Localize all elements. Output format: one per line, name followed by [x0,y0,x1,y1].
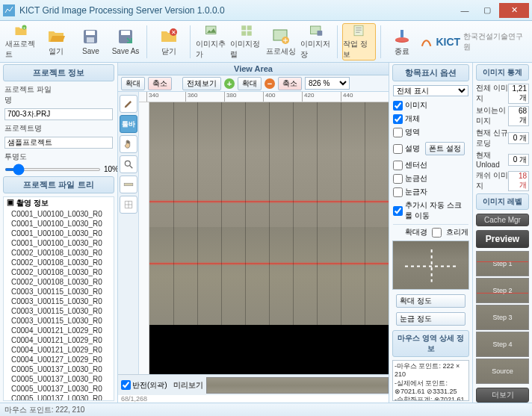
status-bar: 마우스 포인트: 222, 210 [0,403,532,416]
opt-scaleruler[interactable] [393,187,403,197]
tree-item[interactable]: C0005_U00137_L0030_R0 [4,364,114,374]
tree-item[interactable]: C0005_U00137_L0030_R0 [4,394,114,401]
project-info-title: 프로젝트 정보 [3,64,114,81]
opacity-slider[interactable] [4,168,101,171]
cache-mgr-button[interactable]: Cache Mgr [476,214,529,226]
tree-item[interactable]: C0001_U00100_L0030_R0 [4,209,114,219]
svg-rect-5 [87,37,94,43]
svg-point-21 [395,37,409,42]
grid-tool[interactable] [120,196,137,214]
thumb-step[interactable]: Step 2 [476,278,529,303]
zoom-full-btn[interactable]: 전체보기 [182,77,221,90]
mag-zoom-button[interactable]: 확대 정도 [396,294,466,308]
inversion-checkbox[interactable] [121,380,131,390]
tree-item[interactable]: C0001_U00100_L0030_R0 [4,219,114,229]
process-button[interactable]: 프로세싱 [265,23,298,60]
ruler-vertical [139,102,149,374]
mouse-detail-title: 마우스 영역 상세 정보 [392,330,469,357]
display-options-title: 항목표시 옵션 [392,64,469,81]
thumb-step[interactable]: Step 1 [476,251,529,276]
thumb-step[interactable]: Step 4 [476,332,529,357]
tree-item[interactable]: C0005_U00137_L0030_R0 [4,374,114,384]
zoom-in-btn[interactable]: 확대 [121,77,145,90]
opt-region[interactable] [393,128,403,137]
view-area-header: View Area [118,63,389,75]
zoom-out2-btn[interactable]: 축소 [278,77,302,90]
ruler-tool[interactable] [120,176,137,193]
zoom-select[interactable]: 826 % [305,77,350,90]
tree-item[interactable]: C0003_U00115_L0030_R0 [4,316,114,326]
align-image-button[interactable]: 이미지정렬 [229,23,263,60]
toolbar-toggle[interactable]: 툴바 [120,115,137,133]
minimize-button[interactable]: — [454,3,475,18]
tree-item[interactable]: C0002_U00108_L0030_R0 [4,267,114,277]
tree-item[interactable]: C0002_U00108_L0030_R0 [4,248,114,258]
mouse-detail-box[interactable]: -마우스 포인트: 222 × 210-실제에서 포인트: ⊗7021.61 ⊘… [392,360,469,401]
more-button[interactable]: 더보기 [476,388,529,403]
titlebar: KICT Grid Image Processing Server Versio… [0,0,532,21]
svg-rect-12 [247,25,251,30]
opt-centerline[interactable] [393,161,403,170]
project-file-input[interactable] [4,108,113,120]
preview-strip-image[interactable] [206,377,389,394]
close-button[interactable]: ✕ [499,3,529,18]
tree-item[interactable]: C0004_U00127_L0029_R0 [4,355,114,364]
tree-item[interactable]: C0005_U00137_L0030_R0 [4,384,114,394]
new-project-button[interactable]: +새프로젝트 [4,23,38,60]
exit-button[interactable]: 종료 [386,23,419,60]
image-canvas[interactable] [149,102,389,374]
project-file-tree[interactable]: ▣ 촬영 정보 C0001_U00100_L0030_R0C0001_U0010… [3,196,114,401]
mouse-coords: 마우스 포인트: 222, 210 [4,406,84,414]
tree-item[interactable]: C0001_U00100_L0030_R0 [4,238,114,248]
crosshair-icon [404,249,457,282]
mag-grid-button[interactable]: 눈금 정도 [396,312,466,326]
svg-rect-7 [121,31,130,35]
tree-item[interactable]: C0004_U00121_L0029_R0 [4,326,114,335]
opt-gridline[interactable] [393,174,403,184]
saveas-button[interactable]: Save As [109,23,143,60]
process-icon [272,27,290,45]
blur-checkbox[interactable] [432,228,442,238]
svg-text:+: + [23,25,26,29]
zoom-in2-btn[interactable]: 확대 [238,77,262,90]
image-stats-panel: 이미지 통계 전체 이미지1,21 개 보이는이미지68 개 현재 신규 로딩0… [472,63,532,403]
job-info-button[interactable]: 작업 정보 [342,23,376,60]
open-button[interactable]: 열기 [40,23,73,60]
preview-label: Preview [476,230,529,248]
tree-item[interactable]: C0003_U00115_L0030_R0 [4,306,114,316]
zoom-minus-icon[interactable]: − [265,78,275,89]
close-project-button[interactable]: ✕닫기 [152,23,185,60]
font-settings-button[interactable]: 폰트 설정 [425,142,465,155]
image-level-title: 이미지 레벨 [476,193,529,210]
add-image-button[interactable]: 이미지추가 [195,23,229,60]
save-button[interactable]: Save [74,23,108,60]
preview-strip-label: 미리보기 [170,380,206,391]
tree-item[interactable]: C0002_U00108_L0030_R0 [4,258,114,267]
tree-item[interactable]: C0003_U00115_L0030_R0 [4,287,114,297]
magnify-tool[interactable] [120,155,137,173]
thumb-step[interactable]: Step 3 [476,305,529,330]
hand-tool[interactable] [120,135,137,153]
tree-item[interactable]: C0002_U00108_L0030_R0 [4,277,114,287]
save-icon [81,28,99,46]
opt-image[interactable] [393,101,403,111]
pen-tool[interactable] [120,95,137,113]
opt-autoscroll[interactable] [393,206,403,216]
maximize-button[interactable]: ▢ [477,3,498,18]
thumb-step[interactable]: Source [476,358,529,384]
opt-desc[interactable] [393,144,403,154]
opt-object[interactable] [393,114,403,124]
save-image-button[interactable]: 이미지저장 [300,23,333,60]
display-select[interactable]: 전체 표시 [393,85,468,96]
display-options-panel: 항목표시 옵션 전체 표시 이미지 개체 영역 설명폰트 설정 센터선 눈금선 … [389,63,472,403]
tree-item[interactable]: C0004_U00121_L0029_R0 [4,335,114,345]
tree-root[interactable]: ▣ 촬영 정보 [4,197,114,209]
zoom-plus-icon[interactable]: + [224,78,235,89]
folder-new-icon: + [12,24,30,37]
image-add-icon [202,24,220,37]
tree-item[interactable]: C0004_U00121_L0029_R0 [4,345,114,355]
project-name-input[interactable] [4,137,113,149]
tree-item[interactable]: C0001_U00100_L0030_R0 [4,229,114,238]
zoom-out-btn[interactable]: 축소 [148,77,172,90]
tree-item[interactable]: C0003_U00115_L0030_R0 [4,297,114,306]
